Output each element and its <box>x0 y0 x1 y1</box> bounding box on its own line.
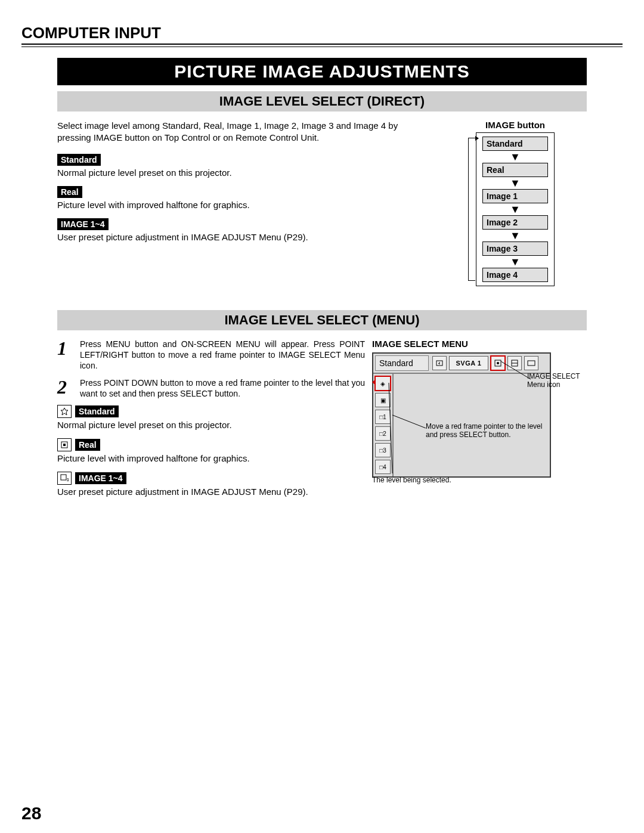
label-standard: Standard <box>57 154 101 166</box>
real-icon <box>57 438 72 451</box>
annot-move: Move a red frame pointer to the level an… <box>426 422 551 439</box>
flow-item: Image 3 <box>482 241 548 256</box>
image-select-menu-icon[interactable] <box>491 356 505 370</box>
desc-standard: Normal picture level preset on this proj… <box>57 168 401 178</box>
down-arrow-icon: ▼ <box>476 259 554 264</box>
annot-icon: IMAGE SELECT Menu icon <box>527 372 587 389</box>
svg-marker-0 <box>61 408 68 415</box>
osd-menu: Standard SVGA 1 <box>372 352 551 478</box>
subheading-menu: IMAGE LEVEL SELECT (MENU) <box>57 310 587 330</box>
side-icon-image1[interactable]: □1 <box>375 410 391 424</box>
flow-loop-arrow <box>468 138 475 281</box>
svg-rect-10 <box>528 361 535 366</box>
side-icon-image3[interactable]: □3 <box>375 443 391 457</box>
flow-item: Real <box>482 163 548 177</box>
system-label[interactable]: SVGA 1 <box>449 356 488 370</box>
standard-icon <box>57 405 72 418</box>
osd-current-mode: Standard <box>375 355 429 371</box>
step-number-1: 1 <box>57 339 73 371</box>
image14-icon: 1 <box>57 472 72 485</box>
side-icon-standard[interactable]: ◈ <box>375 376 391 391</box>
label-real: Real <box>75 439 100 451</box>
osd-side-icons: ◈ ▣ □1 □2 □3 □4 <box>373 374 394 476</box>
down-arrow-icon: ▼ <box>476 207 554 212</box>
image-button-flow: Standard ▼ Real ▼ Image 1 ▼ Image 2 ▼ Im… <box>476 132 555 286</box>
label-image14: IMAGE 1~4 <box>75 472 126 484</box>
input-icon[interactable] <box>432 356 447 370</box>
step-1-text: Press MENU button and ON-SCREEN MENU wil… <box>80 339 365 371</box>
down-arrow-icon: ▼ <box>476 154 554 159</box>
svg-rect-2 <box>63 444 66 446</box>
flow-item: Image 4 <box>482 268 548 282</box>
image-adjust-icon[interactable] <box>507 356 522 370</box>
svg-point-7 <box>497 362 499 364</box>
step-2-text: Press POINT DOWN button to move a red fr… <box>80 377 365 399</box>
flow-item: Image 1 <box>482 189 548 203</box>
desc-real: Picture level with improved halftone for… <box>57 200 401 210</box>
intro-text: Select image level among Standard, Real,… <box>57 120 401 143</box>
label-standard: Standard <box>75 405 119 417</box>
svg-rect-3 <box>61 475 66 480</box>
desc-standard: Normal picture level preset on this proj… <box>57 420 365 430</box>
page-number: 28 <box>21 803 41 823</box>
screen-icon[interactable] <box>524 356 538 370</box>
subheading-direct: IMAGE LEVEL SELECT (DIRECT) <box>57 91 587 112</box>
osd-title: IMAGE SELECT MENU <box>372 339 587 349</box>
flow-item: Standard <box>482 137 548 151</box>
side-icon-image2[interactable]: □2 <box>375 426 391 441</box>
flow-item: Image 2 <box>482 215 548 230</box>
page-title: PICTURE IMAGE ADJUSTMENTS <box>57 58 587 85</box>
label-image14: IMAGE 1~4 <box>57 218 109 230</box>
svg-text:1: 1 <box>67 478 69 482</box>
step-number-2: 2 <box>57 377 73 399</box>
annot-selected: The level being selected. <box>372 476 451 484</box>
desc-real: Picture level with improved halftone for… <box>57 453 365 463</box>
flow-title: IMAGE button <box>444 120 587 130</box>
desc-image14: User preset picture adjustment in IMAGE … <box>57 487 365 497</box>
section-header: COMPUTER INPUT <box>21 24 623 44</box>
label-real: Real <box>57 186 82 198</box>
side-icon-real[interactable]: ▣ <box>375 393 391 407</box>
side-icon-image4[interactable]: □4 <box>375 460 391 474</box>
down-arrow-icon: ▼ <box>476 233 554 238</box>
desc-image14: User preset picture adjustment in IMAGE … <box>57 232 401 242</box>
down-arrow-icon: ▼ <box>476 181 554 185</box>
horizontal-rule <box>21 44 623 47</box>
